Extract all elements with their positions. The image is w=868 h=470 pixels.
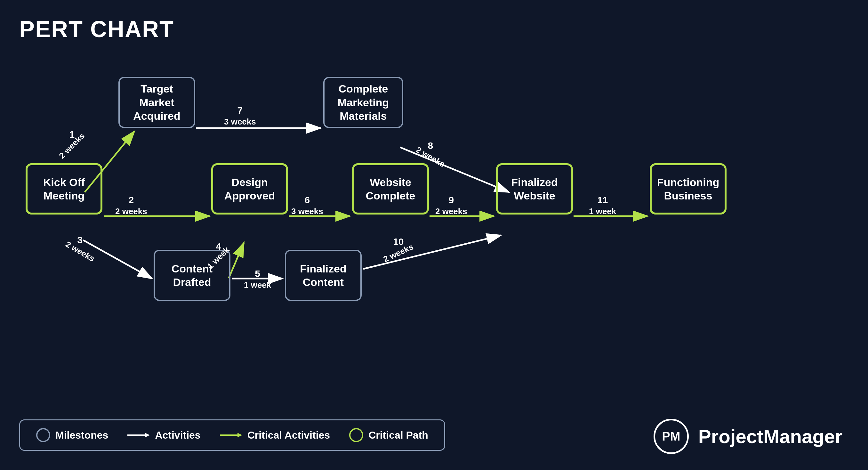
arrow-label-7: 7 3 weeks bbox=[224, 104, 256, 127]
chart-area: Kick Off Meeting Target Market Acquired … bbox=[0, 45, 868, 397]
svg-marker-14 bbox=[145, 433, 150, 437]
milestone-icon bbox=[36, 428, 50, 442]
company-name: ProjectManager bbox=[699, 425, 842, 448]
node-functioning-business: Functioning Business bbox=[650, 163, 726, 214]
arrow-label-11: 11 1 week bbox=[589, 194, 616, 217]
activity-arrow-icon bbox=[127, 430, 150, 440]
pm-logo: PM ProjectManager bbox=[654, 419, 842, 454]
arrow-label-3: 3 2 weeks bbox=[64, 234, 96, 257]
arrow-label-8: 8 2 weeks bbox=[414, 139, 446, 163]
legend: Milestones Activities Critical Activitie… bbox=[19, 419, 445, 451]
critical-activity-arrow-icon bbox=[220, 430, 242, 440]
arrow-label-1: 1 2 weeks bbox=[56, 128, 88, 151]
arrow-label-4: 4 1 week bbox=[205, 240, 232, 264]
legend-activities: Activities bbox=[127, 429, 200, 441]
node-finalized-content: Finalized Content bbox=[285, 250, 362, 301]
node-design-approved: Design Approved bbox=[211, 163, 288, 214]
arrow-label-10: 10 2 weeks bbox=[382, 235, 414, 259]
legend-critical-path: Critical Path bbox=[349, 428, 428, 442]
node-kick-off-meeting: Kick Off Meeting bbox=[26, 163, 102, 214]
node-complete-marketing: Complete Marketing Materials bbox=[323, 77, 403, 128]
node-website-complete: Website Complete bbox=[352, 163, 429, 214]
pm-circle-icon: PM bbox=[654, 419, 689, 454]
arrow-label-2: 2 2 weeks bbox=[115, 194, 147, 217]
critical-path-icon bbox=[349, 428, 363, 442]
arrow-label-5: 5 1 week bbox=[244, 267, 271, 291]
node-finalized-website: Finalized Website bbox=[496, 163, 573, 214]
svg-marker-16 bbox=[238, 433, 242, 437]
legend-critical-activities: Critical Activities bbox=[220, 429, 330, 441]
arrow-label-9: 9 2 weeks bbox=[435, 194, 467, 217]
page-title: PERT CHART bbox=[19, 16, 174, 42]
node-target-market: Target Market Acquired bbox=[118, 77, 195, 128]
legend-milestones: Milestones bbox=[36, 428, 108, 442]
arrow-label-6: 6 3 weeks bbox=[291, 194, 323, 217]
